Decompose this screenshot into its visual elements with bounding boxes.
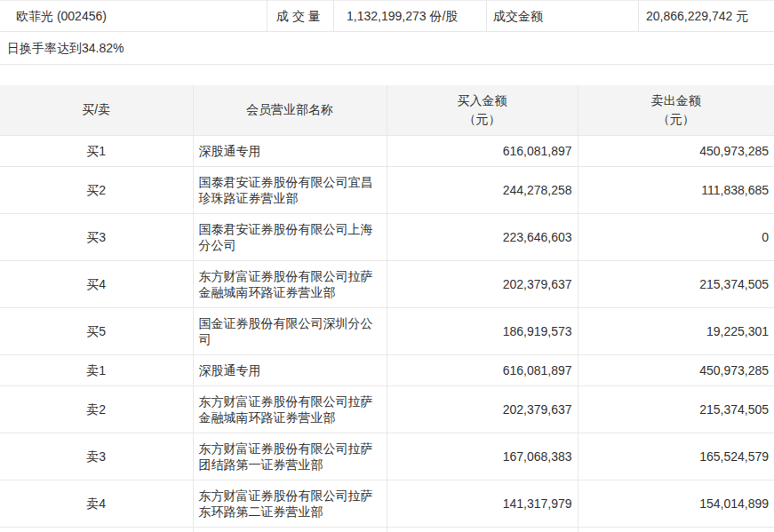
table-row: 卖4 东方财富证券股份有限公司拉萨东环路第二证券营业部 141,317,979 …	[0, 480, 774, 527]
table-row: 买5 国金证券股份有限公司深圳分公司 186,919,573 19,225,30…	[0, 307, 774, 354]
side-cell: 买5	[0, 307, 193, 354]
sell-amount-cell: 215,374,505	[578, 385, 774, 433]
side-cell: 卖4	[0, 480, 193, 527]
table-row: 卖2 东方财富证券股份有限公司拉萨金融城南环路证券营业部 202,379,637…	[0, 385, 774, 433]
col-header-sell: 卖出金额 （元）	[578, 85, 774, 135]
sell-amount-cell: 450,973,285	[578, 354, 774, 385]
sell-amount-cell: 19,225,301	[578, 307, 774, 354]
table-row: 买3 国泰君安证券股份有限公司上海分公司 223,646,603 0	[0, 213, 774, 260]
buy-amount-cell: 202,379,637	[387, 260, 578, 307]
branch-cell: 国泰君安证券股份有限公司上海分公司	[193, 213, 387, 260]
sell-amount-cell: 111,838,685	[578, 166, 774, 213]
side-cell: 买4	[0, 260, 193, 307]
volume-value: 1,132,199,273 份/股	[333, 1, 486, 31]
col-header-buy-unit: （元）	[387, 110, 578, 129]
summary-bar: 欧菲光 (002456) 成 交 量 1,132,199,273 份/股 成交金…	[0, 0, 774, 65]
buy-amount-cell: 223,646,603	[387, 213, 578, 260]
buy-amount-cell: 167,068,383	[387, 433, 578, 480]
sell-amount-cell: 165,524,579	[578, 433, 774, 480]
branch-cell: 深股通专用	[193, 354, 387, 385]
side-cell: 卖3	[0, 433, 193, 480]
turnover-note: 日换手率达到34.82%	[0, 32, 774, 65]
branch-cell: 国泰君安证券股份有限公司宜昌珍珠路证券营业部	[193, 166, 387, 213]
buy-amount-cell: 186,919,573	[387, 307, 578, 354]
col-header-branch: 会员营业部名称	[193, 85, 387, 135]
side-cell: 卖5	[0, 527, 193, 532]
side-cell: 买1	[0, 135, 193, 166]
table-row: 买2 国泰君安证券股份有限公司宜昌珍珠路证券营业部 244,278,258 11…	[0, 166, 774, 213]
broker-table: 买/卖 会员营业部名称 买入金额 （元） 卖出金额 （元） 买1 深股通专用 6…	[0, 85, 774, 532]
branch-cell: 深股通专用	[193, 135, 387, 166]
sell-amount-cell: 154,014,899	[578, 480, 774, 527]
branch-cell: 国金证券股份有限公司深圳分公司	[193, 307, 387, 354]
amount-value: 20,866,229,742 元	[638, 1, 774, 31]
table-row: 买1 深股通专用 616,081,897 450,973,285	[0, 135, 774, 166]
table-row: 卖1 深股通专用 616,081,897 450,973,285	[0, 354, 774, 385]
buy-amount-cell: 141,317,979	[387, 480, 578, 527]
volume-label: 成 交 量	[267, 1, 333, 31]
buy-amount-cell: 616,081,897	[387, 354, 578, 385]
buy-amount-cell: 158,358,824	[387, 527, 578, 532]
table-row: 卖3 东方财富证券股份有限公司拉萨团结路第一证券营业部 167,068,383 …	[0, 433, 774, 480]
sell-amount-cell: 151,386,153	[578, 527, 774, 532]
side-cell: 买3	[0, 213, 193, 260]
branch-cell: 东方财富证券股份有限公司拉萨东环路第二证券营业部	[193, 480, 387, 527]
buy-amount-cell: 244,278,258	[387, 166, 578, 213]
col-header-sell-unit: （元）	[579, 110, 774, 129]
table-row: 买4 东方财富证券股份有限公司拉萨金融城南环路证券营业部 202,379,637…	[0, 260, 774, 307]
col-header-sell-title: 卖出金额	[579, 91, 774, 110]
branch-cell: 东方财富证券股份有限公司拉萨金融城南环路证券营业部	[193, 260, 387, 307]
amount-label: 成交金额	[486, 1, 638, 31]
branch-cell: 东方财富证券股份有限公司拉萨团结路第一证券营业部	[193, 433, 387, 480]
side-cell: 买2	[0, 166, 193, 213]
table-header-row: 买/卖 会员营业部名称 买入金额 （元） 卖出金额 （元）	[0, 85, 774, 135]
sell-amount-cell: 0	[578, 213, 774, 260]
branch-cell: 东方财富证券股份有限公司拉萨东环路第一证券营业部	[193, 527, 387, 532]
table-row: 卖5 东方财富证券股份有限公司拉萨东环路第一证券营业部 158,358,824 …	[0, 527, 774, 532]
branch-cell: 东方财富证券股份有限公司拉萨金融城南环路证券营业部	[193, 385, 387, 433]
side-cell: 卖2	[0, 385, 193, 433]
col-header-side: 买/卖	[0, 85, 193, 135]
side-cell: 卖1	[0, 354, 193, 385]
col-header-buy: 买入金额 （元）	[387, 85, 578, 135]
sell-amount-cell: 215,374,505	[578, 260, 774, 307]
spacer	[0, 65, 774, 85]
col-header-buy-title: 买入金额	[387, 91, 578, 110]
buy-amount-cell: 616,081,897	[387, 135, 578, 166]
stock-title: 欧菲光 (002456)	[0, 1, 267, 31]
sell-amount-cell: 450,973,285	[578, 135, 774, 166]
buy-amount-cell: 202,379,637	[387, 385, 578, 433]
summary-row: 欧菲光 (002456) 成 交 量 1,132,199,273 份/股 成交金…	[0, 1, 774, 32]
